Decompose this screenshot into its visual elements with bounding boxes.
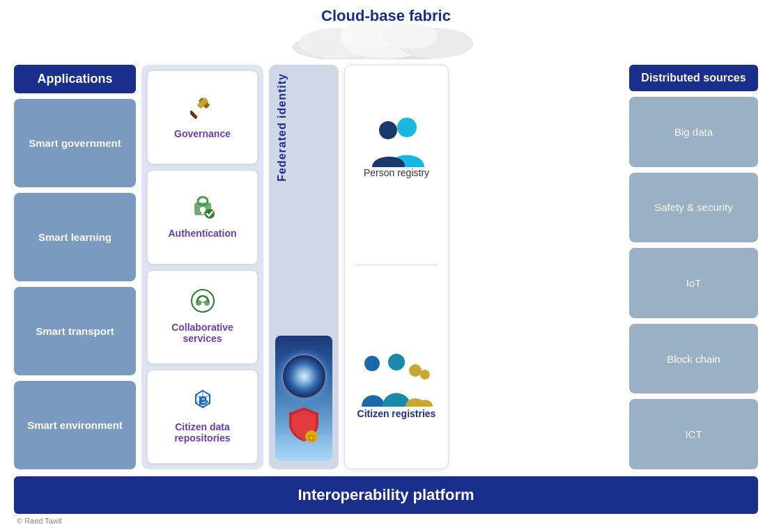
applications-column: Applications Smart government Smart lear… [14,65,136,469]
person-registry-label: Person registry [364,167,429,178]
person-registry-icon [362,115,431,167]
handshake-icon [190,288,215,318]
app-smart-environment: Smart environment [14,381,136,469]
dist-big-data: Big data [629,97,758,167]
service-collaborative: Collaborative services [147,270,258,364]
cloud-title: Cloud-base fabric [321,7,451,25]
svg-point-6 [383,24,438,49]
svg-point-15 [192,290,214,312]
svg-point-28 [420,370,430,380]
collaborative-label: Collaborative services [153,322,252,344]
top-section: Cloud-base fabric [14,7,758,59]
citizen-data-label: Citizen data repositories [153,421,252,444]
svg-point-27 [409,364,422,377]
federated-label: Federated identity [276,73,288,182]
registry-column: Person registry [344,65,449,469]
distributed-sources-column: Distributed sources Big data Safety & se… [629,65,758,469]
blockchain-icon [190,388,215,418]
authentication-label: Authentication [169,228,237,239]
app-smart-transport: Smart transport [14,287,136,375]
service-citizen-data: Citizen data repositories [147,370,258,464]
service-governance: Governance [147,70,258,164]
content-area: Applications Smart government Smart lear… [14,65,758,469]
svg-point-25 [364,356,380,371]
svg-point-26 [388,354,405,370]
auth-icon [190,194,215,224]
svg-point-24 [379,121,397,139]
applications-header: Applications [14,65,136,93]
gavel-icon [190,95,215,125]
dist-blockchain: Block chain [629,324,758,394]
eye-iris [281,354,327,399]
interoperability-bar: Interoperability platform [14,476,758,514]
registry-divider [355,265,438,265]
shield-lock [285,405,323,443]
citizen-registry-label: Citizen registries [357,408,436,419]
services-column: Governance Authentication [141,65,263,469]
dist-iot: IoT [629,248,758,318]
svg-point-22 [310,437,313,439]
service-authentication: Authentication [147,170,258,264]
cloud-graphic [281,21,491,59]
federated-image [275,336,332,461]
svg-rect-8 [190,110,198,119]
citizen-registry-icon [358,352,435,408]
svg-point-23 [397,118,417,137]
distributed-sources-header: Distributed sources [629,65,758,91]
main-container: Cloud-base fabric Applications Smart gov… [0,0,772,532]
app-smart-government: Smart government [14,99,136,187]
svg-rect-13 [201,211,203,214]
person-registry-section: Person registry [362,115,431,178]
footer-credit: © Raed Tawil [14,517,758,525]
governance-label: Governance [174,128,231,139]
citizen-registry-section: Citizen registries [357,352,436,419]
dist-ict: ICT [629,399,758,469]
spacer [454,65,624,469]
federated-identity-column: Federated identity [269,65,339,469]
dist-safety: Safety & security [629,173,758,243]
app-smart-learning: Smart learning [14,193,136,281]
